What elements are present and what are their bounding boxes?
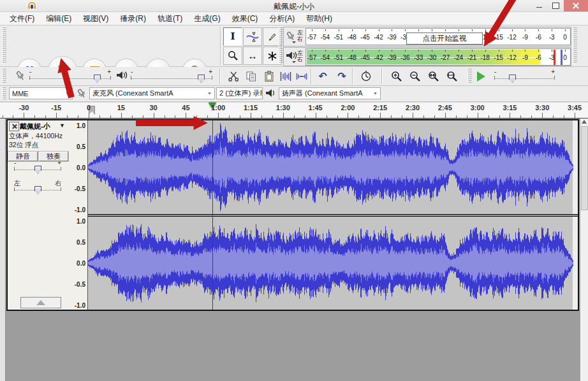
fit-project-button[interactable] (443, 68, 461, 85)
timeshift-tool-button[interactable]: ↔ (243, 47, 262, 65)
menu-item-4[interactable]: 轨道(T) (152, 12, 188, 25)
menu-item-6[interactable]: 效果(C) (226, 12, 264, 25)
playback-volume-slider[interactable]: -+ (131, 69, 212, 83)
menu-item-8[interactable]: 帮助(H) (300, 12, 338, 25)
ruler-time-label: 2:15 (373, 104, 387, 111)
track-gain-slider-thumb[interactable] (34, 166, 41, 174)
audacity-window: 戴佩妮-小小 文件(F)编辑(E)视图(V)播录(R)轨道(T)生成(G)效果(… (0, 0, 588, 381)
track-menu-arrow[interactable]: ▼ (59, 122, 65, 129)
ruler-time-label: 2:45 (438, 104, 452, 111)
ruler-tick (423, 115, 424, 118)
paste-button[interactable] (260, 68, 278, 85)
trim-audio-button[interactable] (277, 68, 295, 85)
recording-device-select[interactable]: 麦克风 (Conexant SmartA▼ (89, 87, 215, 99)
track-pan-slider-max-label: 右 (55, 180, 61, 187)
zoom-out-button[interactable] (406, 68, 424, 85)
meter-scale-label: -57 (307, 54, 316, 61)
maximize-button[interactable] (547, 0, 564, 11)
amp-scale-label: -1.0 (75, 206, 85, 213)
selection-tool-icon: I (230, 32, 235, 41)
playback-speed-slider-track[interactable] (494, 78, 555, 79)
recording-device-value: 麦克风 (Conexant SmartA (92, 89, 173, 98)
timeline-ruler[interactable]: -30-1501530451:001:151:301:452:002:152:3… (0, 102, 588, 119)
audio-host-select[interactable]: MME▼ (9, 87, 73, 99)
meter-tick (565, 29, 566, 31)
meter-end-grip[interactable] (573, 27, 577, 64)
recording-volume-slider-min-label: - (29, 69, 31, 75)
track-close-button[interactable] (9, 122, 19, 131)
transcription-toolbar-grip[interactable] (467, 69, 472, 83)
solo-button[interactable]: 独奏 (39, 152, 68, 161)
selection-tool-button[interactable]: I (223, 27, 242, 46)
device-toolbar-grip[interactable] (2, 87, 6, 99)
meter-scale-label: -15 (494, 33, 503, 40)
meter-tick (472, 50, 473, 52)
zoom-tool-button[interactable] (223, 47, 242, 65)
playback-speed-slider[interactable]: -+ (494, 69, 555, 83)
minimize-button[interactable] (531, 0, 547, 11)
recording-volume-slider[interactable]: -+ (29, 69, 111, 83)
undo-button[interactable]: ↶ (314, 68, 332, 85)
playback-speed-slider-min-label: - (494, 69, 496, 75)
meter-scale-label: -27 (441, 54, 450, 61)
amplitude-ruler[interactable]: 1.00.50.0-0.5-1.01.00.50.0-0.5-1.0 (70, 120, 88, 310)
slider-tick (61, 167, 61, 171)
track-bitdepth-info: 32位 浮点 (9, 141, 38, 150)
menu-item-5[interactable]: 生成(G) (188, 12, 226, 25)
track-pan-slider[interactable]: 左右 (14, 181, 61, 195)
waveform-channel-right[interactable] (88, 217, 578, 310)
transport-toolbar-grip[interactable] (2, 27, 6, 64)
play-at-speed-button[interactable] (474, 70, 487, 82)
cut-button[interactable] (224, 68, 242, 85)
track-pan-slider-thumb[interactable] (34, 186, 41, 194)
ruler-time-label: 15 (117, 104, 125, 111)
recording-channels-select[interactable]: 2 (立体声) 录制▼ (216, 87, 263, 99)
track-name[interactable]: 戴佩妮-小 (20, 122, 50, 131)
mute-button[interactable]: 静音 (8, 152, 38, 161)
meter-tick (472, 29, 473, 31)
recording-volume-slider-max-label: + (107, 69, 111, 75)
menu-item-3[interactable]: 播录(R) (114, 12, 152, 25)
silence-audio-button[interactable] (293, 68, 311, 85)
meter-scale-label: -12 (507, 54, 516, 61)
speaker-icon (286, 51, 297, 64)
ruler-tick (520, 115, 521, 118)
mixer-toolbar-grip[interactable] (2, 69, 6, 83)
scrollbar-thumb[interactable] (581, 126, 588, 210)
redo-button[interactable]: ↷ (333, 68, 351, 85)
collapse-track-button[interactable] (20, 297, 61, 308)
copy-button[interactable] (242, 68, 260, 85)
menu-item-2[interactable]: 视图(V) (77, 12, 114, 25)
playback-device-select[interactable]: 扬声器 (Conexant SmartA▼ (279, 87, 381, 99)
meter-scale-label: -42 (374, 33, 383, 40)
close-button[interactable] (564, 0, 588, 11)
track-gain-slider[interactable]: -+ (14, 161, 61, 175)
fit-selection-button[interactable] (425, 68, 443, 85)
sync-lock-button[interactable] (357, 68, 375, 85)
speaker-icon (265, 89, 277, 98)
playback-volume-slider-thumb[interactable] (198, 75, 205, 83)
play-meter-scale[interactable]: -57-54-51-48-45-42-39-36-33-30-27-24-21-… (305, 48, 571, 66)
ruler-tick (110, 115, 111, 118)
ruler-time-label: -30 (18, 104, 29, 111)
ruler-tick (272, 115, 273, 118)
ruler-tick (13, 115, 13, 118)
ruler-tick (251, 113, 251, 118)
envelope-tool-button[interactable] (243, 27, 262, 46)
separator (311, 68, 311, 84)
slider-tick (494, 76, 495, 80)
waveform-channel-left[interactable] (88, 120, 578, 214)
meter-toolbar-grip[interactable] (279, 27, 283, 64)
menu-item-1[interactable]: 编辑(E) (40, 12, 77, 25)
menu-item-0[interactable]: 文件(F) (4, 12, 40, 25)
menu-item-7[interactable]: 分析(A) (263, 12, 300, 25)
playback-speed-slider-thumb[interactable] (509, 75, 516, 83)
zoom-in-button[interactable] (388, 68, 406, 85)
menu-bar: 文件(F)编辑(E)视图(V)播录(R)轨道(T)生成(G)效果(C)分析(A)… (0, 12, 588, 25)
ruler-time-label: -15 (51, 104, 61, 111)
recording-volume-slider-thumb[interactable] (94, 75, 101, 83)
amp-scale-label: -0.5 (75, 185, 85, 192)
playback-meter[interactable]: 左 右 -57-54-51-48-45-42-39-36-33-30-27-24… (283, 47, 571, 66)
ruler-tick (218, 113, 219, 118)
vertical-scrollbar[interactable] (580, 119, 588, 381)
